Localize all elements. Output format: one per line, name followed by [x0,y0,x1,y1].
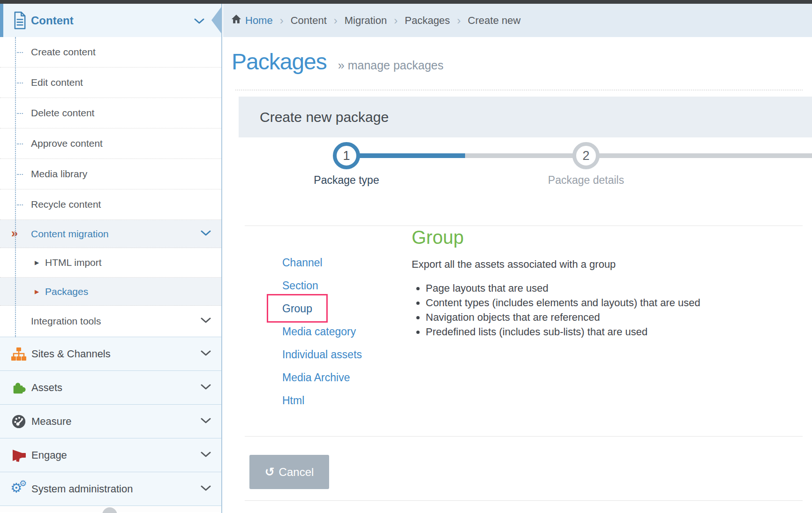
chevron-down-icon[interactable] [201,230,211,238]
chevron-down-icon[interactable] [201,451,211,460]
sidebar-item-label: Recycle content [31,199,101,210]
package-type-html[interactable]: Html [282,394,362,417]
breadcrumb-separator: › [280,14,284,27]
sidebar-item-label: HTML import [45,257,102,268]
megaphone-icon [10,447,27,463]
sidebar-title: Content [31,4,74,37]
detail-title: Group [412,227,787,248]
detail-bullet: Predefined lists (includes sub-lists) th… [426,324,787,339]
gear-glyph: ⚙ [19,478,27,488]
sidebar-item-html-import[interactable]: ▶ HTML import [0,248,221,278]
wizard-progress-fill [346,153,465,158]
tree-tick [17,204,23,205]
sidebar-section-assets[interactable]: Assets [0,370,221,404]
sidebar-section-label: System administration [31,483,133,495]
sidebar-section-label: Engage [31,449,67,461]
sidebar-item-label: Delete content [31,107,94,119]
create-package-panel-header: Create new package [239,97,812,137]
detail-bullet: Navigation objects that are referenced [426,310,787,324]
sidebar-item-media-library[interactable]: Media library [0,159,221,189]
package-type-channel[interactable]: Channel [282,256,362,279]
main-content: Home › Content › Migration › Packages › … [223,4,812,513]
sidebar-collapse-arrow-icon[interactable] [211,7,221,33]
app-screen: Content Create content Edit content Dele… [0,0,812,513]
package-type-list: Channel Section Group Media category Ind… [282,256,362,417]
dotted-divider [235,90,803,91]
sidebar-item-label: Content migration [31,228,109,240]
section-divider [245,226,803,226]
sidebar-item-recycle-content[interactable]: Recycle content [0,189,221,220]
wizard-step-2-label: Package details [516,174,656,187]
chevron-down-icon[interactable] [201,485,211,493]
page-title-row: Packages » manage packages [232,49,444,75]
sidebar-header-content[interactable]: Content [0,4,221,37]
cancel-button-label: Cancel [279,466,314,479]
breadcrumb-current-page: Create new [468,15,521,27]
sidebar-item-integration-tools[interactable]: Integration tools [0,306,221,337]
panel-title: Create new package [260,97,812,137]
avatar-partial-circle [102,507,117,513]
chevron-down-icon[interactable] [201,384,211,392]
double-chevron-icon: » [11,226,18,240]
breadcrumb-separator: › [334,14,338,27]
package-type-media-archive[interactable]: Media Archive [282,371,362,394]
sidebar-item-label: Create content [31,46,96,58]
sidebar: Content Create content Edit content Dele… [0,4,222,513]
breadcrumb-packages-link[interactable]: Packages [405,15,450,27]
breadcrumb-separator: › [457,14,461,27]
detail-bullet-list: Page layouts that are used Content types… [426,281,787,339]
tree-tick [17,174,23,175]
sidebar-section-system-administration[interactable]: ⚙ ⚙ System administration [0,472,221,505]
wizard-step-1-label: Package type [276,174,417,187]
sidebar-item-packages[interactable]: ▶ Packages [0,278,221,306]
section-divider [245,436,803,437]
section-divider [245,500,803,501]
page-subtitle: » manage packages [338,59,444,72]
sidebar-section-label: Assets [31,382,62,394]
triangle-right-icon: ▶ [35,288,39,295]
sidebar-item-approve-content[interactable]: Approve content [0,128,221,159]
tree-line [15,37,16,337]
sidebar-item-delete-content[interactable]: Delete content [0,98,221,128]
chevron-down-icon[interactable] [201,317,211,325]
document-icon [13,11,27,31]
sidebar-section-label: Sites & Channels [31,348,111,360]
breadcrumb: Home › Content › Migration › Packages › … [223,4,812,37]
wizard-step-1-circle[interactable]: 1 [333,142,360,169]
gears-icon: ⚙ ⚙ [10,481,27,497]
tree-tick [17,52,23,53]
wizard-step-2-circle[interactable]: 2 [572,142,600,169]
annotation-highlight-box [267,294,328,323]
sidebar-section-engage[interactable]: Engage [0,438,221,472]
browser-chrome-strip [0,0,812,4]
home-icon[interactable] [231,14,241,27]
sidebar-item-content-migration[interactable]: » Content migration [0,220,221,248]
chevron-down-icon[interactable] [194,18,204,26]
sidebar-accent-bar [0,4,3,37]
gauge-icon [10,414,27,430]
breadcrumb-content-link[interactable]: Content [291,15,327,27]
sidebar-item-create-content[interactable]: Create content [0,37,221,68]
detail-bullet: Page layouts that are used [426,281,787,295]
sitemap-icon [10,346,27,362]
tree-tick [17,113,23,114]
sidebar-section-measure[interactable]: Measure [0,404,221,438]
cancel-button[interactable]: ↺ Cancel [249,455,329,489]
package-type-individual-assets[interactable]: Individual assets [282,348,362,371]
sidebar-section-sites-channels[interactable]: Sites & Channels [0,337,221,370]
sidebar-item-edit-content[interactable]: Edit content [0,68,221,98]
breadcrumb-home-link[interactable]: Home [245,15,273,27]
chevron-down-icon[interactable] [201,350,211,358]
undo-icon: ↺ [265,465,275,479]
page-title: Packages [232,49,327,75]
breadcrumb-migration-link[interactable]: Migration [345,15,387,27]
package-type-media-category[interactable]: Media category [282,325,362,348]
tree-tick [17,83,23,83]
sidebar-item-label: Edit content [31,77,83,88]
package-type-detail: Group Export all the assets associated w… [412,227,787,339]
tree-tick [17,143,23,144]
sidebar-item-label: Packages [45,286,88,297]
sidebar-item-label: Media library [31,168,87,180]
chevron-down-icon[interactable] [201,417,211,426]
sidebar-item-label: Approve content [31,138,103,149]
